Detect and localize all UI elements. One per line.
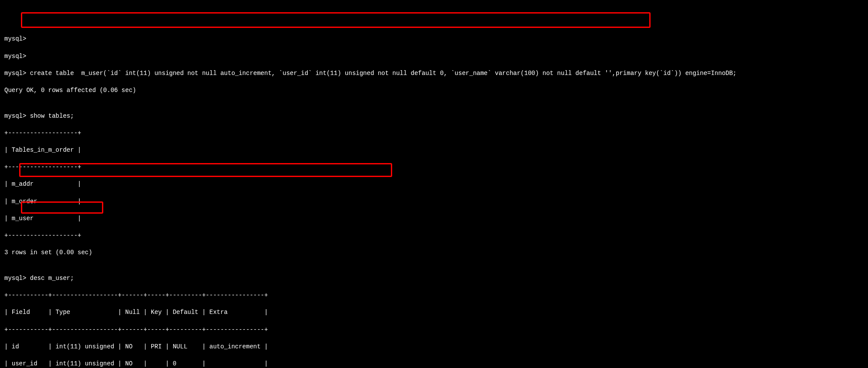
highlight-create-table [21,12,651,28]
table-row: | user_id | int(11) unsigned | NO | | 0 … [4,360,864,368]
rows-in-set: 3 rows in set (0.00 sec) [4,249,864,257]
table-header: | Tables_in_m_order | [4,146,864,155]
table-border: +-------------------+ [4,232,864,240]
desc-command: mysql> desc m_user; [4,274,864,283]
table-border: +-----------+------------------+------+-… [4,291,864,300]
table-row: | m_addr | [4,180,864,189]
table-row: | id | int(11) unsigned | NO | PRI | NUL… [4,343,864,351]
table-header: | Field | Type | Null | Key | Default | … [4,308,864,317]
create-table-command: mysql> create table m_user(`id` int(11) … [4,69,864,78]
query-ok-result: Query OK, 0 rows affected (0.06 sec) [4,86,864,95]
prompt-line: mysql> [4,35,864,44]
table-border: +-----------+------------------+------+-… [4,326,864,334]
table-row: | m_order | [4,198,864,206]
table-border: +-------------------+ [4,163,864,172]
table-row: | m_user | [4,215,864,223]
show-tables-command: mysql> show tables; [4,112,864,121]
table-border: +-------------------+ [4,129,864,138]
prompt-line: mysql> [4,52,864,61]
